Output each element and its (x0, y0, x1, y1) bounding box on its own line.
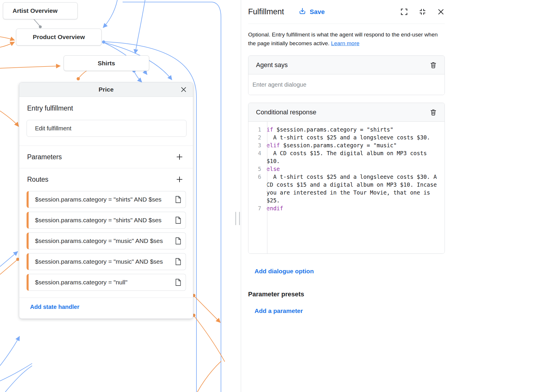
line-number: 7 (248, 204, 264, 212)
divider (19, 298, 193, 298)
agent-says-header: Agent says (248, 56, 445, 74)
code-keyword: elif (266, 142, 280, 148)
document-icon[interactable] (175, 279, 182, 286)
agent-says-delete-icon[interactable] (430, 61, 437, 69)
code-line: 6 A t-shirt costs $25 and a longsleeve c… (248, 173, 445, 204)
close-panel-icon[interactable] (437, 8, 445, 16)
line-number: 3 (248, 141, 264, 149)
learn-more-link[interactable]: Learn more (331, 40, 359, 46)
flow-canvas[interactable]: Artist Overview Product Overview Shirts … (0, 0, 241, 392)
panel-header: Fulfillment Save (248, 0, 445, 24)
conditional-response-section: Conditional response 1if $session.params… (248, 103, 445, 254)
node-artist-overview[interactable]: Artist Overview (3, 2, 78, 19)
code-line: 1if $session.params.category = "shirts" (248, 126, 445, 134)
add-parameter-plus-icon[interactable] (175, 153, 184, 161)
parameter-presets-heading: Parameter presets (248, 290, 445, 298)
panel-title: Fulfillment (248, 7, 284, 16)
save-button[interactable]: Save (299, 7, 325, 17)
line-number: 1 (248, 126, 264, 134)
agent-dialogue-input[interactable] (248, 74, 445, 95)
code-line: 5else (248, 165, 445, 173)
save-label: Save (310, 8, 325, 16)
line-number: 5 (248, 165, 264, 173)
agent-says-heading: Agent says (256, 61, 288, 69)
code-text: else (264, 165, 445, 173)
price-page-card: Price Entry fulfillment Edit fulfillment… (19, 82, 193, 319)
route-condition-text: $session.params.category = "music" AND $… (35, 237, 172, 244)
add-state-handler-link[interactable]: Add state handler (30, 304, 79, 310)
conditional-response-header: Conditional response (248, 103, 445, 122)
line-number: 4 (248, 149, 264, 165)
price-card-title: Price (99, 86, 114, 93)
routes-heading: Routes (27, 176, 48, 183)
code-line: 3elif $session.params.category = "music" (248, 141, 445, 149)
code-text: endif (264, 204, 445, 212)
parameters-heading: Parameters (27, 153, 62, 161)
route-item[interactable]: $session.params.category = "music" AND $… (27, 232, 186, 249)
code-line: 4 A CD costs $15. The digital album on M… (248, 149, 445, 165)
document-icon[interactable] (175, 196, 182, 203)
add-route-plus-icon[interactable] (175, 175, 184, 183)
route-item[interactable]: $session.params.category = "shirts" AND … (27, 191, 186, 208)
edit-fulfillment-button[interactable]: Edit fulfillment (27, 120, 187, 137)
node-shirts[interactable]: Shirts (64, 55, 149, 71)
conditional-response-delete-icon[interactable] (430, 108, 437, 116)
document-icon[interactable] (175, 216, 182, 224)
parameters-row: Parameters (19, 146, 193, 168)
fulfillment-panel: Fulfillment Save Optional. Entry fulfill… (241, 0, 452, 392)
fullscreen-icon[interactable] (400, 8, 408, 16)
code-keyword: else (266, 166, 280, 172)
add-a-parameter-link[interactable]: Add a parameter (255, 307, 303, 314)
panel-resize-handle[interactable] (235, 212, 240, 225)
routes-list: $session.params.category = "shirts" AND … (19, 190, 193, 298)
conditional-response-heading: Conditional response (256, 108, 316, 116)
code-keyword: endif (266, 205, 283, 211)
exit-fullscreen-icon[interactable] (419, 8, 426, 16)
route-condition-text: $session.params.category = "music" AND $… (35, 258, 172, 265)
route-condition-text: $session.params.category = "null" (35, 279, 172, 286)
node-label: Shirts (98, 60, 115, 67)
agent-says-section: Agent says (248, 55, 445, 95)
node-label: Artist Overview (13, 7, 58, 14)
route-item[interactable]: $session.params.category = "null" (27, 274, 186, 291)
node-label: Product Overview (33, 34, 85, 41)
routes-row: Routes (19, 168, 193, 190)
save-icon (299, 7, 306, 17)
conditional-response-editor[interactable]: 1if $session.params.category = "shirts"2… (248, 122, 445, 253)
price-card-header: Price (19, 83, 193, 97)
code-text: A CD costs $15. The digital album on MP3… (264, 149, 445, 165)
code-text: A t-shirt costs $25 and a longsleeve cos… (264, 173, 445, 204)
route-item[interactable]: $session.params.category = "shirts" AND … (27, 212, 186, 229)
entry-fulfillment-heading: Entry fulfillment (27, 104, 193, 112)
code-keyword: if (266, 126, 273, 133)
route-condition-text: $session.params.category = "shirts" AND … (35, 196, 172, 203)
code-text: elif $session.params.category = "music" (264, 141, 445, 149)
fulfillment-description: Optional. Entry fulfillment is what the … (248, 30, 445, 48)
node-product-overview[interactable]: Product Overview (16, 29, 102, 46)
document-icon[interactable] (175, 258, 182, 265)
route-item[interactable]: $session.params.category = "music" AND $… (27, 253, 186, 270)
code-text: if $session.params.category = "shirts" (264, 126, 445, 134)
line-number: 2 (248, 134, 264, 141)
code-line: 7endif (248, 204, 445, 212)
code-line: 2 A t-shirt costs $25 and a longsleeve c… (248, 134, 445, 141)
code-text: A t-shirt costs $25 and a longsleeve cos… (264, 134, 445, 141)
add-dialogue-option-link[interactable]: Add dialogue option (255, 268, 314, 275)
line-number: 6 (248, 173, 264, 204)
close-icon[interactable] (180, 86, 187, 93)
document-icon[interactable] (175, 237, 182, 245)
route-condition-text: $session.params.category = "shirts" AND … (35, 217, 172, 224)
